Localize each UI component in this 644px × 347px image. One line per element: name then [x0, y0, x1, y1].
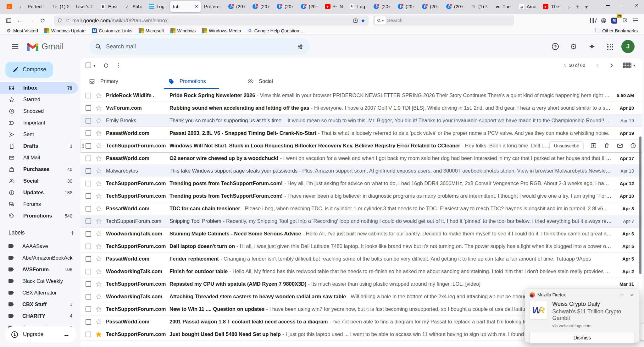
star-toggle[interactable] — [95, 218, 102, 225]
google-apps-grid-icon[interactable] — [603, 40, 617, 53]
select-dropdown-caret[interactable]: ▾ — [93, 63, 96, 68]
select-checkbox[interactable] — [86, 143, 91, 149]
scrollbar-thumb[interactable] — [639, 136, 641, 274]
browser-tab[interactable]: (1) Ma — [468, 1, 491, 12]
search-options-tune-icon[interactable] — [293, 40, 307, 53]
star-toggle[interactable] — [95, 117, 102, 124]
gmail-search-input[interactable] — [106, 43, 289, 50]
gmail-search-bar[interactable] — [89, 38, 310, 55]
sidebar-label-item[interactable]: Black Cat Weekly — [0, 275, 78, 287]
star-toggle[interactable] — [95, 155, 102, 162]
toast-more-icon[interactable]: ⋯ — [617, 292, 626, 298]
delete-trash-icon[interactable] — [603, 142, 610, 149]
star-toggle[interactable] — [95, 256, 102, 262]
select-checkbox[interactable] — [86, 306, 91, 312]
search-engine-selector[interactable]: ▾ — [375, 16, 386, 25]
create-label-plus-icon[interactable]: + — [67, 228, 77, 238]
sidebar-item[interactable]: Snoozed — [0, 105, 78, 117]
bookmark-star-icon[interactable]: ★ — [361, 17, 365, 24]
select-checkbox[interactable] — [86, 168, 91, 174]
email-row[interactable]: VwForum.com Rubbing sound when accelerat… — [80, 102, 642, 114]
select-checkbox[interactable] — [86, 332, 91, 337]
star-toggle[interactable] — [95, 168, 102, 174]
permissions-icon[interactable] — [65, 18, 70, 23]
email-row[interactable]: TechSupportForum.com Snipping Tool Probl… — [80, 215, 642, 228]
sidebar-label-item[interactable]: Abe/AmazonBookAck — [0, 252, 78, 264]
browser-tab[interactable]: (20+) — [274, 1, 298, 12]
browser-tab[interactable]: NASA' — [322, 1, 346, 12]
category-tab[interactable]: Promotions — [162, 73, 242, 89]
sidebar-label-item[interactable]: AVSForum 108 — [0, 264, 78, 275]
browser-tab[interactable]: Preference — [201, 1, 225, 12]
sidebar-item[interactable]: Promotions 540 — [0, 210, 78, 221]
star-toggle[interactable] — [95, 193, 102, 200]
email-row[interactable]: WoodworkingTalk.com Finish for outdoor t… — [80, 265, 642, 278]
email-row[interactable]: Malwarebytes This fake Windows support p… — [80, 165, 642, 177]
sidebar-item[interactable]: Starred — [0, 94, 78, 105]
list-tabs-icon[interactable]: ▾ — [582, 3, 591, 12]
mark-read-envelope-icon[interactable] — [617, 142, 623, 149]
older-page-chevron-icon[interactable] — [606, 60, 617, 71]
select-checkbox[interactable] — [86, 319, 91, 325]
bookmark-item[interactable]: Customize Links — [89, 28, 135, 34]
star-toggle[interactable] — [95, 331, 102, 338]
back-button[interactable]: ← — [14, 16, 25, 25]
sidebar-item[interactable]: Updates 188 — [0, 187, 78, 198]
settings-gear-icon[interactable]: ⚙ — [567, 40, 580, 53]
save-page-icon[interactable] — [353, 18, 358, 23]
gemini-icon[interactable] — [585, 40, 599, 53]
star-toggle[interactable] — [95, 318, 102, 325]
sidebar-item[interactable]: Social 30 — [0, 175, 78, 187]
tracking-shield-icon[interactable] — [57, 18, 62, 23]
sidebar-item[interactable]: All Mail — [0, 152, 78, 163]
bookmark-item[interactable]: Google Help Question... — [245, 28, 306, 34]
dismiss-button[interactable]: Dismiss — [530, 332, 635, 344]
browser-tab[interactable]: Login — [146, 1, 170, 12]
archive-icon[interactable] — [590, 142, 597, 149]
category-tab[interactable]: Primary — [83, 73, 162, 89]
star-toggle[interactable] — [95, 105, 102, 112]
select-checkbox[interactable] — [86, 244, 91, 249]
browser-search-input[interactable] — [387, 18, 512, 23]
browser-tab[interactable]: (20+) — [298, 1, 322, 12]
select-checkbox[interactable] — [86, 218, 91, 224]
email-row[interactable]: TechSupportForum.com Windows Will Not St… — [80, 140, 642, 152]
browser-search-bar[interactable]: ▾ — [373, 15, 514, 25]
tab-scroll-left-icon[interactable]: ‹ — [16, 3, 25, 12]
email-row[interactable]: PassatWorld.com Passat 2003, 2.8L V6 - S… — [80, 127, 642, 140]
select-checkbox[interactable] — [86, 256, 91, 262]
account-icon[interactable] — [598, 16, 609, 25]
select-checkbox[interactable] — [86, 181, 91, 186]
sidebar-toggle-icon[interactable] — [3, 16, 14, 25]
select-all-checkbox[interactable] — [86, 63, 91, 68]
bookmark-item[interactable]: Microsoft — [136, 28, 167, 34]
sidebar-label-item[interactable]: CHARITY 4 — [0, 310, 78, 322]
library-icon[interactable] — [587, 16, 598, 25]
newer-page-chevron-icon[interactable] — [592, 60, 603, 71]
url-bar[interactable]: mail.google.com/mail/u/0/?tab=wm#inbox ★ — [54, 15, 369, 25]
email-row[interactable]: TechSupportForum.com Trending posts from… — [80, 177, 642, 190]
browser-tab[interactable]: Epson — [97, 1, 121, 12]
select-checkbox[interactable] — [86, 130, 91, 136]
star-toggle[interactable] — [95, 205, 102, 212]
email-row[interactable]: Emily Brooks Thank you so much for suppo… — [80, 114, 642, 127]
email-row[interactable]: WoodworkingTalk.com Staining Maple Cabin… — [80, 228, 642, 240]
sidebar-item[interactable]: Inbox 79 — [0, 82, 78, 94]
browser-tab[interactable]: Perfection — [25, 1, 49, 12]
menu-hamburger-icon[interactable] — [630, 16, 641, 25]
select-checkbox[interactable] — [86, 93, 91, 98]
browser-tab[interactable]: (20+) — [250, 1, 274, 12]
browser-tab[interactable]: The W — [540, 1, 564, 12]
email-row[interactable]: TechSupportForum.com Trending posts from… — [80, 190, 642, 202]
bookmark-item[interactable]: Windows Update — [42, 28, 88, 34]
toast-close-icon[interactable]: × — [628, 292, 635, 298]
sidebar-item[interactable]: Forums — [0, 198, 78, 210]
window-maximize-button[interactable] — [615, 0, 630, 11]
select-checkbox[interactable] — [86, 105, 91, 111]
help-icon[interactable]: ? — [548, 40, 562, 53]
star-toggle[interactable] — [95, 293, 102, 300]
sidebar-label-item[interactable]: CBX Stuff 1 — [0, 299, 78, 310]
compose-button[interactable]: Compose — [5, 62, 53, 78]
select-checkbox[interactable] — [86, 118, 91, 124]
browser-tab[interactable]: The W — [492, 1, 516, 12]
